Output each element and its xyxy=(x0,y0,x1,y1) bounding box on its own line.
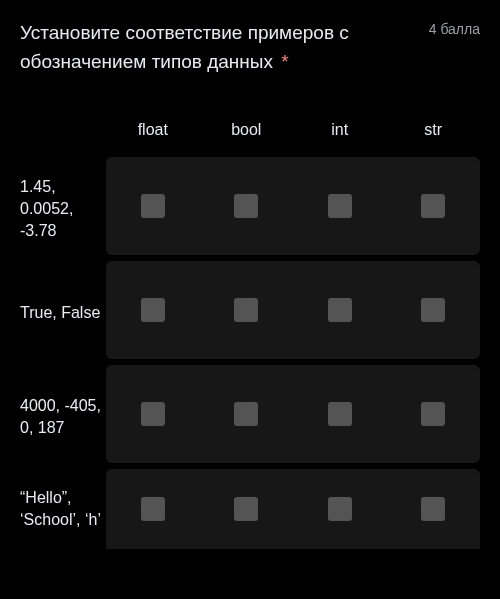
question-text: Установите соответствие примеров с обозн… xyxy=(20,18,417,77)
choice-cell xyxy=(293,261,387,359)
choice-box-r3-c0[interactable] xyxy=(141,497,165,521)
choice-box-r1-c2[interactable] xyxy=(328,298,352,322)
row-label-cell: “Hello”, ‘School’, ‘h’ xyxy=(20,477,106,540)
choice-box-r2-c2[interactable] xyxy=(328,402,352,426)
choice-cell xyxy=(387,469,481,549)
choice-cell xyxy=(293,157,387,255)
column-header-str: str xyxy=(387,121,481,157)
choice-box-r0-c3[interactable] xyxy=(421,194,445,218)
choice-cell xyxy=(106,157,200,255)
choice-box-r1-c1[interactable] xyxy=(234,298,258,322)
question-text-content: Установите соответствие примеров с обозн… xyxy=(20,22,349,72)
row-label-cell: 1.45, 0.0052, -3.78 xyxy=(20,166,106,251)
choice-box-r2-c1[interactable] xyxy=(234,402,258,426)
grid-corner-spacer xyxy=(20,130,106,148)
row-label: 1.45, 0.0052, -3.78 xyxy=(20,176,102,241)
choice-box-r0-c0[interactable] xyxy=(141,194,165,218)
column-header-int: int xyxy=(293,121,387,157)
choice-cell xyxy=(200,365,294,463)
choice-box-r1-c3[interactable] xyxy=(421,298,445,322)
choice-cell xyxy=(200,261,294,359)
matching-grid: float bool int str 1.45, 0.0052, -3.78 T… xyxy=(20,121,480,549)
choice-box-r3-c1[interactable] xyxy=(234,497,258,521)
row-label-cell: 4000, -405, 0, 187 xyxy=(20,385,106,448)
choice-cell xyxy=(106,365,200,463)
choice-cell xyxy=(387,365,481,463)
question-points: 4 балла xyxy=(429,18,480,37)
choice-box-r2-c0[interactable] xyxy=(141,402,165,426)
row-label: True, False xyxy=(20,302,102,324)
choice-cell xyxy=(106,469,200,549)
question-header: Установите соответствие примеров с обозн… xyxy=(20,18,480,77)
row-label: “Hello”, ‘School’, ‘h’ xyxy=(20,487,102,530)
choice-cell xyxy=(293,365,387,463)
choice-box-r0-c1[interactable] xyxy=(234,194,258,218)
choice-cell xyxy=(387,261,481,359)
choice-cell xyxy=(387,157,481,255)
choice-box-r0-c2[interactable] xyxy=(328,194,352,218)
form-question-card: Установите соответствие примеров с обозн… xyxy=(0,0,500,549)
choice-cell xyxy=(200,157,294,255)
choice-cell xyxy=(293,469,387,549)
column-header-float: float xyxy=(106,121,200,157)
row-label-cell: True, False xyxy=(20,292,106,334)
required-indicator: * xyxy=(281,51,288,72)
choice-box-r3-c3[interactable] xyxy=(421,497,445,521)
row-label: 4000, -405, 0, 187 xyxy=(20,395,102,438)
choice-cell xyxy=(200,469,294,549)
column-header-bool: bool xyxy=(200,121,294,157)
choice-box-r3-c2[interactable] xyxy=(328,497,352,521)
choice-cell xyxy=(106,261,200,359)
choice-box-r2-c3[interactable] xyxy=(421,402,445,426)
choice-box-r1-c0[interactable] xyxy=(141,298,165,322)
